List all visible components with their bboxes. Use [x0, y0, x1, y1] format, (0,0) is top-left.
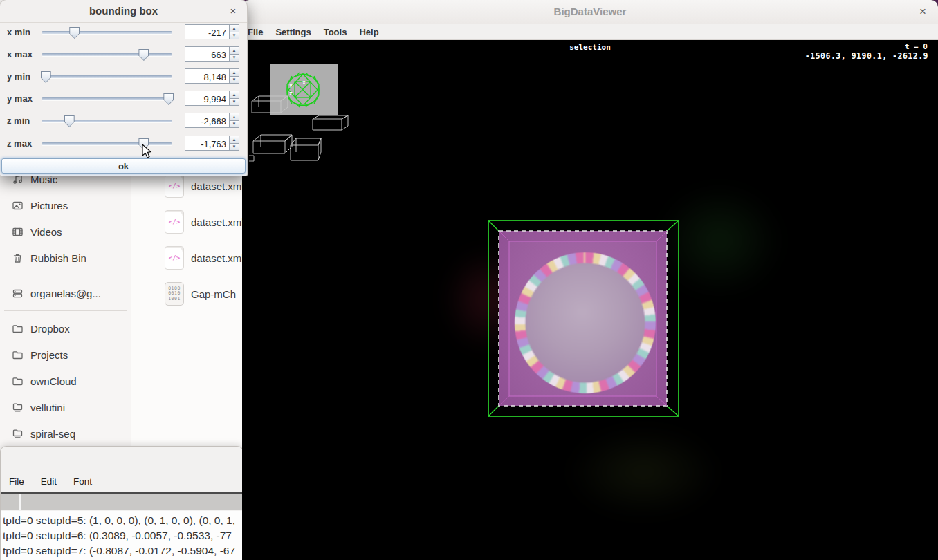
spinner-up-icon[interactable]: ▲: [230, 24, 239, 32]
log-menu-font[interactable]: Font: [65, 476, 100, 492]
sidebar-item-label: organelas@g...: [30, 288, 101, 299]
slider-label: x min: [7, 27, 30, 37]
videos-icon: [11, 225, 24, 238]
slider-thumb[interactable]: [138, 49, 149, 61]
log-text-area[interactable]: tpId=0 setupId=5: (1, 0, 0, 0), (0, 1, 0…: [1, 511, 242, 560]
dialog-title: bounding box: [0, 5, 247, 17]
axis-y-label: y: [289, 82, 293, 88]
sidebar-item-rubbish-bin[interactable]: Rubbish Bin: [11, 248, 86, 268]
bdv-menubar: File Settings Tools Help: [242, 24, 938, 40]
x-max-slider[interactable]: [42, 53, 172, 56]
slider-label: x max: [7, 49, 33, 59]
menu-help[interactable]: Help: [353, 27, 385, 37]
log-scrollbar[interactable]: [1, 492, 242, 510]
bdv-titlebar[interactable]: BigDataViewer ×: [242, 0, 938, 24]
sidebar-separator: [4, 277, 127, 277]
sidebar-item-vellutini[interactable]: vellutini: [11, 397, 65, 418]
xml-file-icon: </>: [165, 246, 184, 270]
sidebar-item-pictures[interactable]: Pictures: [11, 195, 68, 216]
sidebar-item-remote-account[interactable]: organelas@g...: [11, 283, 101, 304]
slider-row-y-min: y min ▲ ▼: [0, 68, 247, 85]
binary-icon-line: 1001: [168, 297, 181, 302]
slider-row-z-max: z max ▲ ▼: [0, 136, 247, 152]
slider-thumb[interactable]: [41, 71, 51, 83]
menu-tools[interactable]: Tools: [318, 27, 353, 37]
file-name: dataset.xml: [191, 180, 242, 192]
xml-file-icon: </>: [165, 210, 184, 234]
z-max-value-field[interactable]: [185, 136, 230, 151]
file-row-gap-mch[interactable]: 0100 0010 1001 Gap-mCh: [165, 282, 242, 306]
file-name: dataset.xml: [191, 216, 242, 228]
x-max-value-field[interactable]: [185, 46, 230, 62]
sidebar-item-spiral-seq[interactable]: spiral-seq: [11, 423, 75, 444]
log-menubar: File Edit Font: [1, 476, 242, 492]
pictures-icon: [11, 199, 24, 212]
slider-label: z min: [7, 115, 30, 126]
mouse-cursor: [142, 144, 153, 160]
y-max-spinner: ▲ ▼: [230, 91, 239, 106]
z-min-spinner: ▲ ▼: [230, 113, 239, 128]
y-min-value-field[interactable]: [185, 68, 230, 84]
axis-x-label: x: [302, 80, 306, 86]
file-name: Gap-mCh: [191, 288, 236, 300]
x-min-value-field[interactable]: [185, 24, 230, 39]
x-max-spinner: ▲ ▼: [230, 46, 239, 62]
server-icon: [11, 287, 24, 299]
spinner-down-icon[interactable]: ▼: [230, 143, 239, 151]
file-row-dataset-3[interactable]: </> dataset.xml: [165, 246, 242, 270]
y-min-slider[interactable]: [42, 75, 172, 78]
file-row-dataset-1[interactable]: </> dataset.xml: [165, 174, 242, 198]
slider-row-y-max: y max ▲ ▼: [0, 91, 247, 107]
sidebar-item-label: Rubbish Bin: [30, 252, 86, 264]
wireframe-overlay: y x z: [242, 40, 938, 560]
sidebar-item-videos[interactable]: Videos: [11, 221, 62, 242]
spinner-down-icon[interactable]: ▼: [230, 120, 239, 129]
shared-folder-icon: [11, 401, 24, 413]
folder-icon: [11, 322, 24, 335]
log-menu-file[interactable]: File: [1, 476, 33, 492]
slider-row-x-max: x max ▲ ▼: [0, 46, 247, 63]
spinner-up-icon[interactable]: ▲: [230, 91, 239, 98]
sidebar-item-label: Pictures: [30, 200, 68, 212]
y-max-value-field[interactable]: [185, 91, 230, 106]
sidebar-item-owncloud[interactable]: ownCloud: [11, 371, 77, 391]
bdv-canvas[interactable]: y x z selection t = 0 -1506: [242, 40, 938, 560]
bdv-close-button[interactable]: ×: [914, 3, 931, 20]
spinner-up-icon[interactable]: ▲: [230, 46, 239, 54]
slider-thumb[interactable]: [69, 27, 80, 39]
minimap-viewport: [270, 64, 338, 115]
ok-button[interactable]: ok: [1, 158, 246, 174]
spinner-down-icon[interactable]: ▼: [230, 54, 239, 62]
selection-bounding-box: [488, 221, 679, 416]
sidebar-item-projects[interactable]: Projects: [11, 344, 68, 365]
log-scrollbar-thumb[interactable]: [1, 494, 21, 510]
z-min-value-field[interactable]: [185, 113, 230, 128]
log-line: tpId=0 setupId=5: (1, 0, 0, 0), (0, 1, 0…: [3, 514, 235, 527]
sidebar-item-dropbox[interactable]: Dropbox: [11, 318, 70, 339]
dialog-close-button[interactable]: ×: [226, 3, 241, 19]
z-min-slider[interactable]: [42, 120, 172, 122]
x-min-slider[interactable]: [42, 31, 172, 34]
spinner-up-icon[interactable]: ▲: [230, 136, 239, 143]
xml-file-icon: </>: [165, 174, 184, 198]
slider-row-x-min: x min ▲ ▼: [0, 24, 247, 41]
log-window: File Edit Font tpId=0 setupId=5: (1, 0, …: [0, 446, 242, 560]
spinner-up-icon[interactable]: ▲: [230, 113, 239, 120]
slider-thumb[interactable]: [163, 93, 174, 105]
x-min-spinner: ▲ ▼: [230, 24, 239, 39]
file-row-dataset-2[interactable]: </> dataset.xml: [165, 210, 242, 234]
spinner-down-icon[interactable]: ▼: [230, 32, 239, 40]
spinner-up-icon[interactable]: ▲: [230, 68, 239, 76]
dialog-titlebar[interactable]: bounding box ×: [0, 0, 247, 23]
log-menu-edit[interactable]: Edit: [33, 476, 65, 492]
spinner-down-icon[interactable]: ▼: [230, 76, 239, 84]
slider-label: y max: [7, 93, 33, 104]
folder-icon: [11, 375, 24, 387]
y-max-slider[interactable]: [42, 97, 172, 100]
slider-thumb[interactable]: [64, 115, 75, 127]
menu-settings[interactable]: Settings: [269, 27, 317, 37]
slider-label: y min: [7, 71, 30, 82]
spinner-down-icon[interactable]: ▼: [230, 98, 239, 106]
binary-file-icon: 0100 0010 1001: [165, 282, 184, 306]
log-line: tpId=0 setupId=6: (0.3089, -0.0057, -0.9…: [3, 530, 232, 542]
